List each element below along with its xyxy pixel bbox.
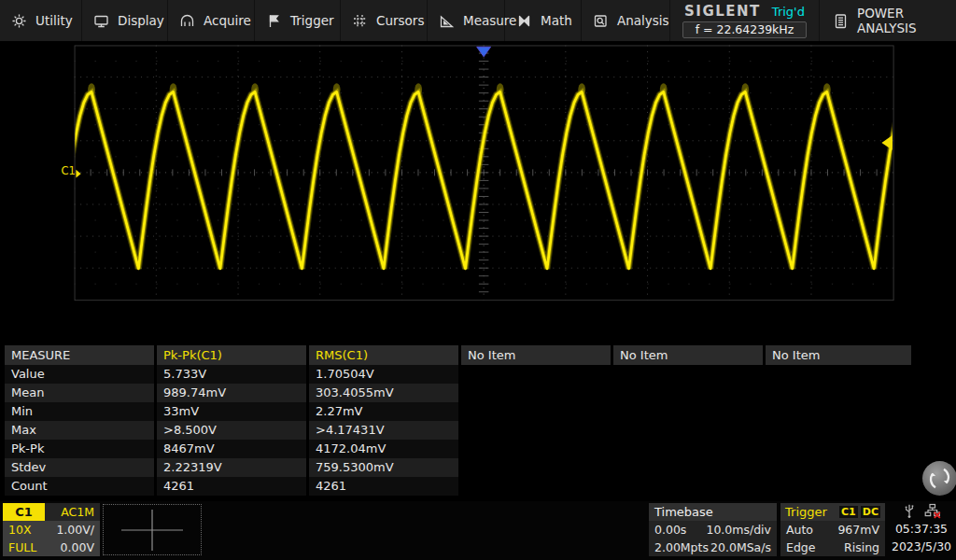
timebase-panel[interactable]: Timebase 0.00s 10.0ms/div 2.00Mpts 20.0M… bbox=[649, 503, 777, 556]
channel1-position-marker[interactable]: C1 bbox=[62, 164, 76, 177]
measure-table-corner: MEASURE bbox=[5, 345, 154, 365]
channel1-bandwidth: FULL bbox=[8, 540, 36, 554]
trigger-type: Edge bbox=[786, 540, 815, 554]
measure-row-label: Stdev bbox=[5, 458, 154, 477]
trigger-level-marker[interactable] bbox=[881, 135, 892, 150]
measure-row-value: 2.22319V bbox=[157, 458, 306, 477]
rotation-knob[interactable] bbox=[922, 461, 956, 496]
trigger-status-badge: Trig'd bbox=[772, 5, 805, 19]
channel1-scale: 1.00V/ bbox=[56, 523, 94, 537]
trigger-flag-icon bbox=[266, 13, 282, 29]
trigger-level: 967mV bbox=[837, 523, 879, 537]
trigger-coupling-badge: DC bbox=[861, 506, 880, 518]
menu-measure[interactable]: Measure bbox=[428, 0, 505, 41]
crosshair-icon bbox=[104, 505, 201, 554]
timebase-samplerate: 20.0MSa/s bbox=[710, 540, 771, 554]
trigger-position-marker[interactable] bbox=[477, 47, 491, 57]
menu-trigger[interactable]: Trigger bbox=[255, 0, 341, 41]
measure-row-label: Value bbox=[5, 365, 154, 384]
measure-row-value: 5.733V bbox=[157, 365, 306, 384]
trigger-title: Trigger bbox=[785, 505, 827, 519]
menu-cursors-label: Cursors bbox=[376, 13, 424, 28]
measure-row-label: Mean bbox=[5, 384, 154, 402]
menu-display-label: Display bbox=[118, 13, 164, 28]
trace-peak-fuzz bbox=[7, 83, 14, 95]
math-bowtie-icon bbox=[516, 13, 532, 29]
gear-icon bbox=[11, 13, 27, 29]
measure-row-value: 303.4055mV bbox=[309, 384, 458, 402]
brand-status-block: SIGLENT Trig'd f = 22.64239kHz bbox=[670, 0, 820, 41]
timebase-title: Timebase bbox=[649, 503, 777, 521]
measure-row-value: 8467mV bbox=[157, 440, 306, 458]
trigger-panel[interactable]: Trigger C1 DC Auto 967mV Edge Rising bbox=[780, 503, 885, 556]
channel1-badge[interactable]: C1 bbox=[3, 503, 45, 521]
menu-trigger-label: Trigger bbox=[290, 13, 334, 28]
menu-display[interactable]: Display bbox=[82, 0, 168, 41]
measure-row-label: Min bbox=[5, 402, 154, 421]
usb-icon bbox=[902, 503, 917, 519]
waveform-trace bbox=[7, 83, 956, 269]
timebase-scale: 10.0ms/div bbox=[706, 523, 771, 537]
channel1-offset: 0.00V bbox=[61, 540, 94, 554]
siglent-logo: SIGLENT bbox=[684, 3, 761, 20]
trace-peak-fuzz bbox=[905, 83, 912, 95]
channel1-coupling: AC1M bbox=[45, 503, 100, 521]
menu-acquire[interactable]: Acquire bbox=[168, 0, 255, 41]
measure-row-label: Pk-Pk bbox=[5, 440, 154, 458]
trigger-mode: Auto bbox=[786, 523, 813, 537]
trigger-slope: Rising bbox=[844, 540, 879, 554]
measure-triangle-icon bbox=[439, 13, 455, 29]
menu-utility-label: Utility bbox=[35, 13, 73, 28]
bottom-status-bar: C1 AC1M 10X 1.00V/ FULL 0.00V Timebase 0… bbox=[0, 501, 956, 560]
circular-arrows-icon bbox=[927, 466, 952, 491]
measure-col-empty-2[interactable]: No Item bbox=[613, 345, 763, 365]
channel1-marker-arrow-icon bbox=[76, 170, 80, 178]
scope-display[interactable]: C1 bbox=[0, 42, 956, 342]
channel1-panel[interactable]: C1 AC1M 10X 1.00V/ FULL 0.00V bbox=[3, 503, 100, 556]
clipboard-icon bbox=[833, 13, 849, 29]
menu-cursors[interactable]: Cursors bbox=[341, 0, 428, 41]
analysis-magnifier-icon bbox=[593, 13, 609, 29]
measure-col-empty-1[interactable]: No Item bbox=[461, 345, 611, 365]
menu-power-analysis-label: POWER ANALYSIS bbox=[857, 6, 956, 35]
measure-row-value: 33mV bbox=[157, 402, 306, 421]
measure-row-value: 1.70504V bbox=[309, 365, 458, 384]
delay-position-box[interactable] bbox=[103, 504, 202, 555]
measure-row-value: 4172.04mV bbox=[309, 440, 458, 458]
clock-panel: 05:37:35 2023/5/30 bbox=[889, 502, 954, 555]
timebase-delay: 0.00s bbox=[654, 523, 686, 537]
measure-row-value: 4261 bbox=[309, 477, 458, 496]
menu-math[interactable]: Math bbox=[505, 0, 582, 41]
measure-table: MEASURE Pk-Pk(C1) RMS(C1) No Item No Ite… bbox=[0, 343, 956, 497]
top-menu-bar: Utility Display Acquire Trigger Cursors … bbox=[0, 0, 956, 42]
menu-analysis-label: Analysis bbox=[617, 13, 669, 28]
menu-analysis[interactable]: Analysis bbox=[582, 0, 670, 41]
timebase-memory: 2.00Mpts bbox=[654, 540, 709, 554]
measure-row-value: >8.500V bbox=[157, 421, 306, 440]
menu-utility[interactable]: Utility bbox=[0, 0, 82, 41]
lan-disconnected-icon bbox=[924, 503, 941, 519]
measure-col-pkpk[interactable]: Pk-Pk(C1) bbox=[157, 345, 306, 365]
frequency-counter-readout: f = 22.64239kHz bbox=[682, 21, 808, 38]
measure-row-label: Count bbox=[5, 477, 154, 496]
measure-row-value: 989.74mV bbox=[157, 384, 306, 402]
measure-row-value: 4261 bbox=[157, 477, 306, 496]
channel1-probe: 10X bbox=[8, 523, 31, 537]
menu-acquire-label: Acquire bbox=[204, 13, 251, 28]
measure-col-empty-3[interactable]: No Item bbox=[766, 345, 911, 365]
cursors-grid-icon bbox=[352, 13, 368, 29]
clock-time: 05:37:35 bbox=[889, 520, 954, 538]
acquire-arch-icon bbox=[179, 13, 195, 29]
measure-row-label: Max bbox=[5, 421, 154, 440]
clock-date: 2023/5/30 bbox=[889, 538, 954, 555]
display-icon bbox=[93, 13, 109, 29]
measure-row-value: 759.5300mV bbox=[309, 458, 458, 477]
trigger-source-badge: C1 bbox=[839, 506, 858, 518]
measure-row-value: >4.17431V bbox=[309, 421, 458, 440]
menu-math-label: Math bbox=[541, 13, 572, 28]
measure-col-rms[interactable]: RMS(C1) bbox=[309, 345, 458, 365]
measure-row-value: 2.27mV bbox=[309, 402, 458, 421]
menu-power-analysis[interactable]: POWER ANALYSIS bbox=[820, 0, 956, 41]
